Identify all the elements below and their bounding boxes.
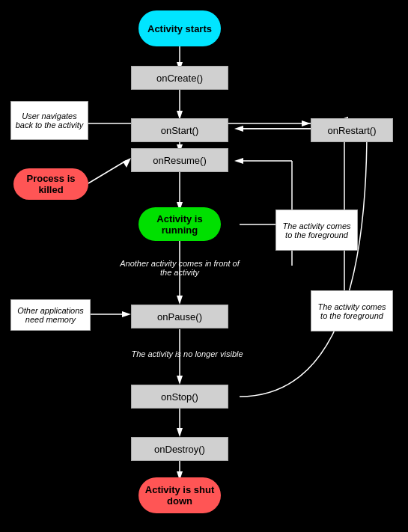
activity-shutdown-node: Activity is shut down xyxy=(138,477,221,513)
onrestart-node: onRestart() xyxy=(311,118,393,142)
svg-marker-11 xyxy=(177,376,183,385)
process-killed-node: Process is killed xyxy=(13,168,88,200)
onstop-node: onStop() xyxy=(131,385,228,409)
user-navigates-label: User navigates back to the activity xyxy=(10,101,88,140)
svg-marker-32 xyxy=(122,311,131,317)
onrestart-label: onRestart() xyxy=(327,125,376,136)
svg-marker-9 xyxy=(177,296,183,305)
activity-shutdown-label: Activity is shut down xyxy=(138,484,221,507)
onresume-label: onResume() xyxy=(153,155,207,166)
svg-marker-17 xyxy=(234,126,243,132)
svg-marker-13 xyxy=(177,428,183,437)
activity-foreground1-label: The activity comes to the foreground xyxy=(275,210,358,251)
svg-marker-22 xyxy=(302,120,311,126)
another-activity-label: Another activity comes in front of the a… xyxy=(120,254,240,281)
no-longer-visible-label: The activity is no longer visible xyxy=(116,346,258,362)
onstart-label: onStart() xyxy=(161,125,199,136)
oncreate-label: onCreate() xyxy=(156,73,203,84)
activity-foreground2-label: The activity comes to the foreground xyxy=(311,290,393,331)
other-apps-label: Other applications need memory xyxy=(10,299,91,331)
svg-line-19 xyxy=(88,161,126,183)
activity-running-node: Activity is running xyxy=(138,207,221,241)
onstop-label: onStop() xyxy=(161,391,198,403)
onresume-node: onResume() xyxy=(131,148,228,172)
onpause-node: onPause() xyxy=(131,305,228,328)
svg-marker-28 xyxy=(234,158,243,164)
activity-running-label: Activity is running xyxy=(138,213,221,236)
process-killed-label: Process is killed xyxy=(13,173,88,195)
oncreate-node: onCreate() xyxy=(131,66,228,90)
svg-marker-20 xyxy=(123,158,131,168)
activity-starts-label: Activity starts xyxy=(147,23,212,34)
ondestroy-label: onDestroy() xyxy=(154,444,205,455)
ondestroy-node: onDestroy() xyxy=(131,437,228,461)
activity-starts-node: Activity starts xyxy=(138,10,221,46)
onstart-node: onStart() xyxy=(131,118,228,142)
onpause-label: onPause() xyxy=(157,311,202,322)
